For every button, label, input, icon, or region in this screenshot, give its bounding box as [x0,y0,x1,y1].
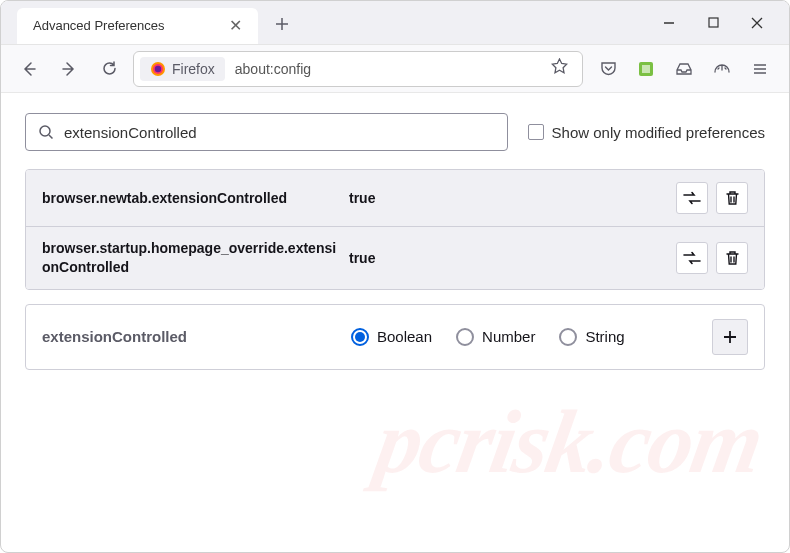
add-button[interactable] [712,319,748,355]
config-content: Show only modified preferences browser.n… [1,93,789,390]
new-pref-name: extensionControlled [42,328,337,345]
menu-button[interactable] [743,53,777,85]
type-radio-group: Boolean Number String [351,328,698,346]
checkbox-icon [528,124,544,140]
toggle-icon [683,251,701,265]
radio-icon [559,328,577,346]
pocket-button[interactable] [591,53,625,85]
firefox-icon [150,61,166,77]
search-row: Show only modified preferences [25,113,765,151]
new-preference-row: extensionControlled Boolean Number Strin… [25,304,765,370]
trash-icon [725,190,740,206]
browser-window: Advanced Preferences ✕ [0,0,790,553]
minimize-icon [663,17,675,29]
pocket-icon [600,60,617,77]
tabs-container: Advanced Preferences ✕ [9,2,657,44]
hamburger-icon [752,61,768,77]
pref-actions [676,242,748,274]
radio-icon [456,328,474,346]
dashboard-icon [713,60,731,78]
radio-number[interactable]: Number [456,328,535,346]
svg-rect-5 [642,65,650,73]
svg-rect-0 [709,18,718,27]
pref-value: true [349,190,664,206]
account-button[interactable] [705,53,739,85]
checkbox-label: Show only modified preferences [552,124,765,141]
inbox-icon [675,60,693,78]
svg-point-6 [40,126,50,136]
search-input[interactable] [64,124,495,141]
downloads-button[interactable] [667,53,701,85]
maximize-icon [708,17,719,28]
search-box[interactable] [25,113,508,151]
close-icon[interactable]: ✕ [225,16,246,36]
toggle-button[interactable] [676,182,708,214]
toggle-button[interactable] [676,242,708,274]
radio-icon [351,328,369,346]
minimize-button[interactable] [657,11,681,35]
toolbar-icons [591,53,777,85]
radio-label: Number [482,328,535,345]
url-bar[interactable]: Firefox about:config [133,51,583,87]
preferences-table: browser.newtab.extensionControlled true … [25,169,765,290]
extension-icon [638,61,654,77]
radio-label: String [585,328,624,345]
pref-actions [676,182,748,214]
radio-string[interactable]: String [559,328,624,346]
navigation-toolbar: Firefox about:config [1,45,789,93]
forward-button[interactable] [53,53,85,85]
plus-icon [274,16,290,32]
radio-label: Boolean [377,328,432,345]
window-controls [657,11,781,35]
toggle-icon [683,191,701,205]
delete-button[interactable] [716,182,748,214]
show-modified-checkbox[interactable]: Show only modified preferences [528,124,765,141]
pref-row: browser.newtab.extensionControlled true [26,170,764,227]
delete-button[interactable] [716,242,748,274]
url-text: about:config [229,61,539,77]
identity-label: Firefox [172,61,215,77]
identity-box[interactable]: Firefox [140,57,225,81]
close-icon [751,17,763,29]
reload-button[interactable] [93,53,125,85]
pref-name: browser.newtab.extensionControlled [42,189,337,208]
tab-title: Advanced Preferences [33,18,165,33]
watermark: pcrisk.com [368,390,769,493]
pref-row: browser.startup.homepage_override.extens… [26,227,764,289]
arrow-left-icon [20,60,38,78]
svg-point-3 [155,65,161,71]
maximize-button[interactable] [701,11,725,35]
pref-name: browser.startup.homepage_override.extens… [42,239,337,277]
reload-icon [101,60,118,77]
trash-icon [725,250,740,266]
close-window-button[interactable] [745,11,769,35]
star-icon [551,58,568,75]
new-tab-button[interactable] [266,10,298,41]
plus-icon [722,329,738,345]
back-button[interactable] [13,53,45,85]
pref-value: true [349,250,664,266]
extension-button[interactable] [629,53,663,85]
search-icon [38,124,54,140]
radio-boolean[interactable]: Boolean [351,328,432,346]
arrow-right-icon [60,60,78,78]
tab-advanced-preferences[interactable]: Advanced Preferences ✕ [17,8,258,44]
titlebar: Advanced Preferences ✕ [1,1,789,45]
bookmark-button[interactable] [541,58,578,79]
